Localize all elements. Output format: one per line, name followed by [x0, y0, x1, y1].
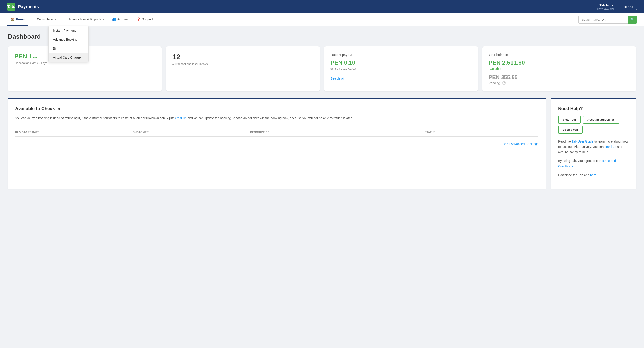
nav-item-create-new[interactable]: ☰ Create New ▾: [29, 13, 60, 26]
bottom-row: Available to Check-in You can delay a bo…: [8, 98, 636, 189]
balance-available-value: PEN 2,511.60: [488, 59, 630, 66]
header-right: Tab Hotel hello@tab.travel Log Out: [595, 3, 637, 10]
search-button[interactable]: 🔍: [628, 16, 637, 24]
nav-label-home: Home: [16, 17, 24, 21]
chevron-down-icon-2: ▾: [103, 18, 104, 20]
app-download-link[interactable]: here: [590, 173, 596, 177]
pending-info-icon[interactable]: ?: [502, 81, 506, 85]
col-header-customer: CUSTOMER: [132, 131, 246, 134]
nav-label-create-new: Create New: [37, 17, 54, 21]
nav-label-account: Account: [118, 17, 129, 21]
account-icon: 👥: [112, 17, 116, 21]
hotel-name: Tab Hotel: [595, 3, 614, 7]
payout-value: PEN 0.10: [330, 59, 472, 66]
balance-pending-label: Pending ?: [488, 81, 630, 85]
tab-user-guide-link[interactable]: Tab User Guide: [572, 140, 593, 143]
search-area: 🔍: [578, 16, 637, 24]
col-header-description: DESCRIPTION: [250, 131, 421, 134]
main-content: Dashboard PEN 1... Transactions last 30 …: [0, 26, 644, 196]
app-title: Payments: [18, 4, 39, 9]
help-email-link[interactable]: email us: [604, 145, 616, 149]
hotel-info: Tab Hotel hello@tab.travel: [595, 3, 614, 10]
checkin-email-link[interactable]: email us: [175, 116, 187, 120]
hotel-email: hello@tab.travel: [595, 7, 614, 10]
nav-item-transactions[interactable]: ☰ Transactions & Reports ▾: [61, 13, 108, 26]
page-title: Dashboard: [8, 33, 636, 40]
nav-item-account[interactable]: 👥 Account: [109, 13, 132, 26]
see-all-bookings-link[interactable]: See all Advanced Bookings: [15, 142, 538, 146]
card-transaction-count: 12 # Transactions last 30 days: [166, 46, 320, 91]
dropdown-item-advance-booking[interactable]: Advance Booking: [48, 35, 88, 44]
view-tour-button[interactable]: View Tour: [558, 116, 581, 124]
balance-available-label: Available: [488, 67, 630, 71]
menu-icon-transactions: ☰: [64, 17, 67, 21]
card-recent-payout: Recent payout PEN 0.10 sent on 2020-01-0…: [324, 46, 478, 91]
col-header-status: STATUS: [425, 131, 538, 134]
help-buttons: View Tour Account Guidelines Book a call: [558, 116, 629, 134]
nav-label-transactions: Transactions & Reports: [69, 17, 101, 21]
dropdown-item-bill[interactable]: Bill: [48, 44, 88, 53]
menu-icon-create: ☰: [33, 17, 36, 21]
card-sub-count: # Transactions last 30 days: [172, 62, 314, 66]
help-title: Need Help?: [558, 106, 629, 111]
chevron-down-icon: ▾: [55, 18, 56, 20]
help-text-guide: Read the Tab User Guide to learn more ab…: [558, 139, 629, 155]
logo-area: Tab. Payments: [7, 3, 39, 11]
dropdown-item-virtual-card-charge[interactable]: Virtual Card Charge: [48, 53, 88, 62]
help-text-app: Download the Tab app here.: [558, 173, 629, 178]
card-value-count: 12: [172, 53, 314, 61]
top-header: Tab. Payments Tab Hotel hello@tab.travel…: [0, 0, 644, 13]
help-card: Need Help? View Tour Account Guidelines …: [551, 98, 636, 189]
terms-conditions-link[interactable]: Terms and Conditions: [558, 159, 616, 168]
nav-bar: 🏠 Home ☰ Create New ▾ ☰ Transactions & R…: [0, 13, 644, 26]
nav-item-home[interactable]: 🏠 Home: [7, 13, 28, 26]
cards-row: PEN 1... Transactions last 30 days 12 # …: [8, 46, 636, 91]
nav-item-support[interactable]: ❓ Support: [133, 13, 156, 26]
balance-pending-value: PEN 355.65: [488, 74, 630, 80]
checkin-card: Available to Check-in You can delay a bo…: [8, 98, 546, 189]
checkin-title: Available to Check-in: [15, 106, 538, 111]
create-new-dropdown: Instant Payment Advance Booking Bill Vir…: [48, 26, 88, 62]
balance-title: Your balance: [488, 53, 630, 56]
checkin-description: You can delay a booking instead of refun…: [15, 116, 538, 121]
table-header: ID & START DATE CUSTOMER DESCRIPTION STA…: [15, 128, 538, 137]
dropdown-item-instant-payment[interactable]: Instant Payment: [48, 26, 88, 35]
book-call-button[interactable]: Book a call: [558, 126, 582, 134]
help-text-terms: By using Tab, you agree to our Terms and…: [558, 158, 629, 169]
support-icon: ❓: [137, 17, 140, 21]
nav-items: 🏠 Home ☰ Create New ▾ ☰ Transactions & R…: [7, 13, 578, 26]
app-logo: Tab.: [7, 3, 15, 11]
search-input[interactable]: [578, 16, 628, 24]
payout-see-detail-link[interactable]: See detail: [330, 77, 472, 80]
logout-button[interactable]: Log Out: [619, 3, 637, 10]
payout-sub: sent on 2020-01-03: [330, 67, 472, 70]
home-icon: 🏠: [11, 17, 14, 21]
card-your-balance: Your balance PEN 2,511.60 Available PEN …: [482, 46, 636, 91]
account-guidelines-button[interactable]: Account Guidelines: [583, 116, 619, 124]
col-header-id: ID & START DATE: [15, 131, 129, 134]
payout-title: Recent payout: [330, 53, 472, 56]
nav-label-support: Support: [142, 17, 153, 21]
